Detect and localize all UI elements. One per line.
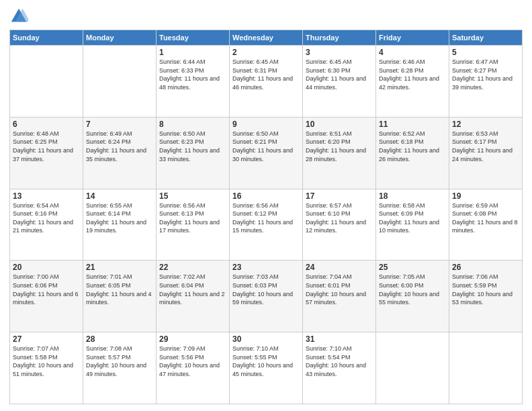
daylight: Daylight: 11 hours and 6 minutes. xyxy=(13,290,80,307)
calendar-cell: 12 Sunrise: 6:53 AM Sunset: 6:17 PM Dayl… xyxy=(449,117,523,189)
day-number: 9 xyxy=(232,120,300,129)
sunset: Sunset: 6:01 PM xyxy=(306,281,373,290)
calendar-week-2: 13 Sunrise: 6:54 AM Sunset: 6:16 PM Dayl… xyxy=(10,189,523,261)
day-number: 31 xyxy=(306,334,373,344)
sunrise: Sunrise: 7:04 AM xyxy=(306,273,373,281)
sunset: Sunset: 6:09 PM xyxy=(379,210,446,218)
sunrise: Sunrise: 6:50 AM xyxy=(159,130,226,138)
calendar-cell xyxy=(83,46,157,118)
daylight: Daylight: 11 hours and 10 minutes. xyxy=(379,218,446,235)
day-number: 23 xyxy=(232,263,300,272)
day-info: Sunrise: 6:50 AM Sunset: 6:21 PM Dayligh… xyxy=(232,130,300,163)
daylight: Daylight: 10 hours and 55 minutes. xyxy=(379,290,446,307)
calendar-cell: 11 Sunrise: 6:52 AM Sunset: 6:18 PM Dayl… xyxy=(376,117,449,189)
day-info: Sunrise: 6:52 AM Sunset: 6:18 PM Dayligh… xyxy=(379,130,446,163)
weekday-header-friday: Friday xyxy=(376,30,449,46)
daylight: Daylight: 10 hours and 51 minutes. xyxy=(13,361,80,378)
weekday-header-tuesday: Tuesday xyxy=(157,30,230,46)
day-info: Sunrise: 6:48 AM Sunset: 6:25 PM Dayligh… xyxy=(13,130,80,163)
daylight: Daylight: 11 hours and 17 minutes. xyxy=(159,218,226,235)
calendar-cell: 27 Sunrise: 7:07 AM Sunset: 5:58 PM Dayl… xyxy=(10,332,83,404)
daylight: Daylight: 10 hours and 47 minutes. xyxy=(159,361,226,378)
day-number: 18 xyxy=(379,191,446,201)
daylight: Daylight: 11 hours and 4 minutes. xyxy=(86,290,153,307)
daylight: Daylight: 11 hours and 21 minutes. xyxy=(13,218,80,235)
daylight: Daylight: 11 hours and 2 minutes. xyxy=(159,290,226,307)
day-number: 21 xyxy=(86,263,153,272)
sunset: Sunset: 5:56 PM xyxy=(159,353,226,362)
sunrise: Sunrise: 7:09 AM xyxy=(159,345,226,353)
daylight: Daylight: 11 hours and 26 minutes. xyxy=(379,146,446,163)
daylight: Daylight: 11 hours and 28 minutes. xyxy=(306,146,373,163)
calendar-cell xyxy=(10,46,83,118)
day-info: Sunrise: 6:58 AM Sunset: 6:09 PM Dayligh… xyxy=(379,201,446,235)
day-info: Sunrise: 6:55 AM Sunset: 6:14 PM Dayligh… xyxy=(86,201,153,235)
daylight: Daylight: 11 hours and 8 minutes. xyxy=(452,218,519,235)
sunrise: Sunrise: 6:51 AM xyxy=(306,130,373,138)
sunrise: Sunrise: 7:08 AM xyxy=(86,345,153,353)
sunrise: Sunrise: 6:50 AM xyxy=(232,130,300,138)
calendar-cell xyxy=(449,332,523,404)
sunset: Sunset: 6:23 PM xyxy=(159,138,226,146)
sunrise: Sunrise: 6:45 AM xyxy=(232,58,300,66)
day-info: Sunrise: 7:08 AM Sunset: 5:57 PM Dayligh… xyxy=(86,345,153,378)
sunrise: Sunrise: 7:03 AM xyxy=(232,273,300,281)
calendar-cell: 18 Sunrise: 6:58 AM Sunset: 6:09 PM Dayl… xyxy=(376,189,449,261)
day-info: Sunrise: 7:03 AM Sunset: 6:03 PM Dayligh… xyxy=(232,273,300,306)
daylight: Daylight: 10 hours and 53 minutes. xyxy=(452,290,519,307)
day-info: Sunrise: 6:56 AM Sunset: 6:13 PM Dayligh… xyxy=(159,201,226,235)
calendar-cell: 5 Sunrise: 6:47 AM Sunset: 6:27 PM Dayli… xyxy=(449,46,523,118)
sunrise: Sunrise: 6:56 AM xyxy=(159,201,226,210)
sunset: Sunset: 6:21 PM xyxy=(232,138,300,146)
sunrise: Sunrise: 6:56 AM xyxy=(232,201,300,210)
sunset: Sunset: 5:54 PM xyxy=(306,353,373,362)
weekday-header-monday: Monday xyxy=(83,30,157,46)
daylight: Daylight: 11 hours and 35 minutes. xyxy=(86,146,153,163)
day-number: 20 xyxy=(13,263,80,272)
daylight: Daylight: 11 hours and 42 minutes. xyxy=(379,75,446,91)
weekday-header-thursday: Thursday xyxy=(303,30,376,46)
calendar-cell: 8 Sunrise: 6:50 AM Sunset: 6:23 PM Dayli… xyxy=(157,117,230,189)
day-number: 2 xyxy=(232,48,300,57)
day-number: 8 xyxy=(159,120,226,129)
day-number: 25 xyxy=(379,263,446,272)
calendar-cell: 13 Sunrise: 6:54 AM Sunset: 6:16 PM Dayl… xyxy=(10,189,83,261)
sunset: Sunset: 6:25 PM xyxy=(13,138,80,146)
sunrise: Sunrise: 7:07 AM xyxy=(13,345,80,353)
day-number: 17 xyxy=(306,191,373,201)
sunset: Sunset: 5:58 PM xyxy=(13,353,80,362)
day-number: 11 xyxy=(379,120,446,129)
day-info: Sunrise: 7:10 AM Sunset: 5:55 PM Dayligh… xyxy=(232,345,300,378)
day-info: Sunrise: 7:01 AM Sunset: 6:05 PM Dayligh… xyxy=(86,273,153,306)
sunrise: Sunrise: 7:06 AM xyxy=(452,273,519,281)
day-info: Sunrise: 7:00 AM Sunset: 6:06 PM Dayligh… xyxy=(13,273,80,306)
day-info: Sunrise: 6:49 AM Sunset: 6:24 PM Dayligh… xyxy=(86,130,153,163)
day-info: Sunrise: 6:53 AM Sunset: 6:17 PM Dayligh… xyxy=(452,130,519,163)
sunrise: Sunrise: 6:53 AM xyxy=(452,130,519,138)
daylight: Daylight: 11 hours and 15 minutes. xyxy=(232,218,300,235)
day-number: 7 xyxy=(86,120,153,129)
sunrise: Sunrise: 6:58 AM xyxy=(379,201,446,210)
calendar-cell: 2 Sunrise: 6:45 AM Sunset: 6:31 PM Dayli… xyxy=(230,46,303,118)
day-info: Sunrise: 6:47 AM Sunset: 6:27 PM Dayligh… xyxy=(452,58,519,91)
day-number: 12 xyxy=(452,120,519,129)
daylight: Daylight: 10 hours and 59 minutes. xyxy=(232,290,300,307)
sunrise: Sunrise: 6:49 AM xyxy=(86,130,153,138)
logo xyxy=(9,7,31,26)
day-info: Sunrise: 6:57 AM Sunset: 6:10 PM Dayligh… xyxy=(306,201,373,235)
page-container: SundayMondayTuesdayWednesdayThursdayFrid… xyxy=(0,0,532,411)
calendar-week-4: 27 Sunrise: 7:07 AM Sunset: 5:58 PM Dayl… xyxy=(10,332,523,404)
day-info: Sunrise: 6:45 AM Sunset: 6:31 PM Dayligh… xyxy=(232,58,300,91)
header xyxy=(9,7,523,26)
daylight: Daylight: 11 hours and 39 minutes. xyxy=(452,75,519,91)
calendar-cell: 4 Sunrise: 6:46 AM Sunset: 6:28 PM Dayli… xyxy=(376,46,449,118)
weekday-header-saturday: Saturday xyxy=(449,30,523,46)
calendar-cell: 24 Sunrise: 7:04 AM Sunset: 6:01 PM Dayl… xyxy=(303,261,376,332)
calendar-cell: 9 Sunrise: 6:50 AM Sunset: 6:21 PM Dayli… xyxy=(230,117,303,189)
day-info: Sunrise: 6:44 AM Sunset: 6:33 PM Dayligh… xyxy=(159,58,226,91)
sunset: Sunset: 6:12 PM xyxy=(232,210,300,218)
day-info: Sunrise: 7:10 AM Sunset: 5:54 PM Dayligh… xyxy=(306,345,373,378)
calendar-cell: 7 Sunrise: 6:49 AM Sunset: 6:24 PM Dayli… xyxy=(83,117,157,189)
daylight: Daylight: 10 hours and 57 minutes. xyxy=(306,290,373,307)
daylight: Daylight: 11 hours and 30 minutes. xyxy=(232,146,300,163)
